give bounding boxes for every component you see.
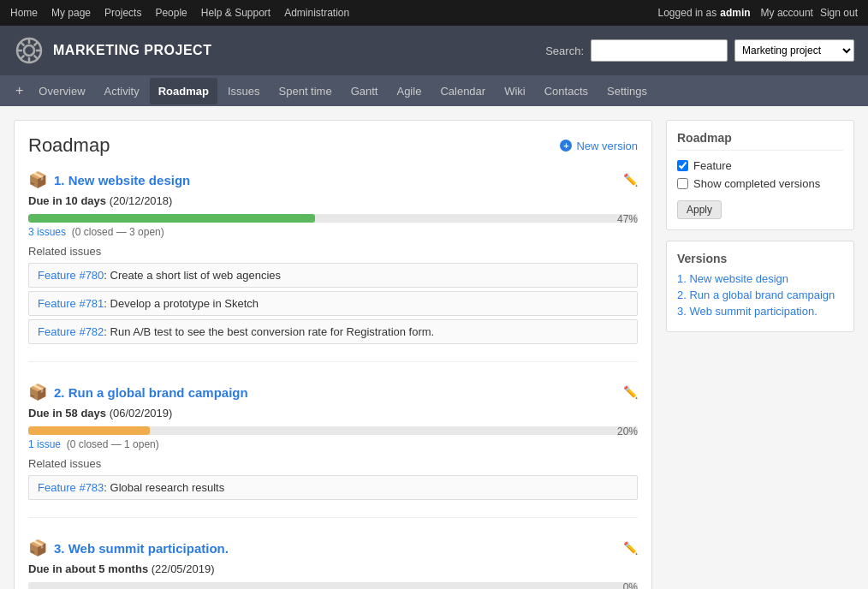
page-title: Roadmap	[28, 134, 110, 157]
project-logo: MARKETING PROJECT	[14, 35, 211, 66]
sidebar: Roadmap Feature Show completed versions …	[666, 120, 854, 589]
subnav-roadmap[interactable]: Roadmap	[150, 78, 217, 104]
edit-version-1-icon[interactable]: ✏️	[623, 173, 638, 187]
sub-navigation: + Overview Activity Roadmap Issues Spent…	[0, 75, 868, 106]
list-item: Feature #780: Create a short list of web…	[28, 263, 638, 288]
admin-name: admin	[720, 7, 750, 19]
my-account-link[interactable]: My account	[761, 7, 813, 19]
show-completed-checkbox[interactable]	[677, 178, 688, 189]
new-version-label: New version	[576, 140, 638, 152]
version-1-link[interactable]: 1. New website design	[54, 173, 190, 187]
versions-box: Versions 1. New website design 2. Run a …	[666, 241, 854, 332]
version-2-issues-detail: (0 closed — 1 open)	[63, 438, 158, 450]
version-3-link[interactable]: 3. Web summit participation.	[54, 541, 229, 556]
logged-in-text: Logged in as	[658, 7, 717, 19]
version-3-title-row: 📦 3. Web summit participation. ✏️	[28, 538, 638, 557]
search-area: Search: Marketing project	[545, 39, 854, 62]
project-name: MARKETING PROJECT	[53, 43, 211, 58]
version-2-related-label: Related issues	[28, 457, 638, 470]
nav-people[interactable]: People	[155, 7, 187, 19]
versions-title: Versions	[677, 252, 843, 265]
edit-version-2-icon[interactable]: ✏️	[623, 385, 638, 399]
roadmap-filter-title: Roadmap	[677, 131, 843, 151]
version-1-due: Due in 10 days (20/12/2018)	[28, 194, 638, 207]
version-1-issues-detail: (0 closed — 3 open)	[68, 226, 163, 238]
sign-out-link[interactable]: Sign out	[820, 7, 858, 19]
version-1-related-label: Related issues	[28, 245, 638, 258]
version-2-issues-link[interactable]: 1 issue	[28, 438, 61, 450]
nav-help[interactable]: Help & Support	[201, 7, 271, 19]
subnav-agile[interactable]: Agile	[388, 78, 430, 104]
add-icon[interactable]: +	[10, 83, 28, 98]
feature-filter-row: Feature	[677, 159, 843, 172]
version-3-progress-container: 0%	[28, 582, 638, 589]
show-completed-label: Show completed versions	[693, 177, 820, 190]
issue-783-link[interactable]: Feature #783	[38, 481, 104, 494]
version-2-progress-bar-bg	[28, 426, 638, 435]
version-1-issues-link[interactable]: 3 issues	[28, 226, 66, 238]
version-1-progress-fill	[28, 214, 315, 223]
version-3-due: Due in about 5 months (22/05/2019)	[28, 562, 638, 575]
subnav-issues[interactable]: Issues	[219, 78, 269, 104]
version-2-progress-container: 20%	[28, 426, 638, 435]
edit-version-3-icon[interactable]: ✏️	[623, 541, 638, 555]
content-area: Roadmap + New version 📦 1. New website d…	[14, 120, 652, 589]
feature-label: Feature	[693, 159, 732, 172]
version-1-title-row: 📦 1. New website design ✏️	[28, 170, 638, 189]
version-2-progress-label: 20%	[617, 425, 638, 437]
list-item: Feature #781: Develop a prototype in Ske…	[28, 291, 638, 316]
version-1-progress-label: 47%	[617, 213, 638, 225]
subnav-gantt[interactable]: Gantt	[342, 78, 387, 104]
version-1-icon: 📦	[28, 170, 47, 189]
apply-button[interactable]: Apply	[677, 200, 722, 219]
subnav-overview[interactable]: Overview	[30, 78, 93, 104]
version-1-issues-summary: 3 issues (0 closed — 3 open)	[28, 226, 638, 238]
feature-checkbox[interactable]	[677, 160, 688, 171]
svg-point-1	[24, 45, 34, 56]
nav-administration[interactable]: Administration	[284, 7, 349, 19]
version-2-icon: 📦	[28, 383, 47, 402]
subnav-calendar[interactable]: Calendar	[431, 78, 494, 104]
roadmap-header: Roadmap + New version	[28, 134, 638, 157]
project-logo-icon	[14, 35, 45, 66]
top-nav-links: Home My page Projects People Help & Supp…	[10, 7, 349, 19]
svg-line-8	[34, 42, 38, 45]
version-2-progress-fill	[28, 426, 150, 435]
nav-home[interactable]: Home	[10, 7, 38, 19]
roadmap-filter-box: Roadmap Feature Show completed versions …	[666, 120, 854, 230]
version-block-3: 📦 3. Web summit participation. ✏️ Due in…	[28, 538, 638, 589]
version-3-progress-label: 0%	[623, 581, 638, 589]
svg-line-6	[21, 42, 24, 45]
sidebar-version-link-2[interactable]: 2. Run a global brand campaign	[677, 289, 843, 301]
search-scope-select[interactable]: Marketing project	[734, 39, 854, 62]
subnav-activity[interactable]: Activity	[96, 78, 148, 104]
sidebar-version-link-1[interactable]: 1. New website design	[677, 272, 843, 285]
svg-line-9	[21, 56, 24, 59]
version-1-progress-container: 47%	[28, 214, 638, 223]
subnav-spent-time[interactable]: Spent time	[271, 78, 341, 104]
nav-projects[interactable]: Projects	[104, 7, 141, 19]
issue-782-link[interactable]: Feature #782	[38, 325, 104, 338]
search-input[interactable]	[591, 39, 728, 62]
list-item: Feature #783: Global research results	[28, 475, 638, 500]
issue-780-link[interactable]: Feature #780	[38, 269, 104, 282]
svg-line-7	[34, 56, 38, 59]
issue-781-link[interactable]: Feature #781	[38, 297, 104, 310]
version-block-1: 📦 1. New website design ✏️ Due in 10 day…	[28, 170, 638, 362]
main-container: Roadmap + New version 📦 1. New website d…	[0, 106, 868, 589]
search-label: Search:	[545, 45, 584, 57]
subnav-settings[interactable]: Settings	[598, 78, 656, 104]
list-item: Feature #782: Run A/B test to see the be…	[28, 319, 638, 344]
version-2-link[interactable]: 2. Run a global brand campaign	[54, 385, 248, 400]
show-completed-row: Show completed versions	[677, 177, 843, 190]
nav-mypage[interactable]: My page	[51, 7, 91, 19]
version-2-due: Due in 58 days (06/02/2019)	[28, 407, 638, 419]
subnav-wiki[interactable]: Wiki	[496, 78, 534, 104]
sidebar-version-link-3[interactable]: 3. Web summit participation.	[677, 305, 843, 318]
subnav-contacts[interactable]: Contacts	[536, 78, 597, 104]
new-version-button[interactable]: + New version	[560, 140, 638, 152]
project-header: MARKETING PROJECT Search: Marketing proj…	[0, 26, 868, 75]
plus-circle-icon: +	[560, 140, 572, 152]
version-block-2: 📦 2. Run a global brand campaign ✏️ Due …	[28, 383, 638, 518]
version-1-progress-bar-bg	[28, 214, 638, 223]
